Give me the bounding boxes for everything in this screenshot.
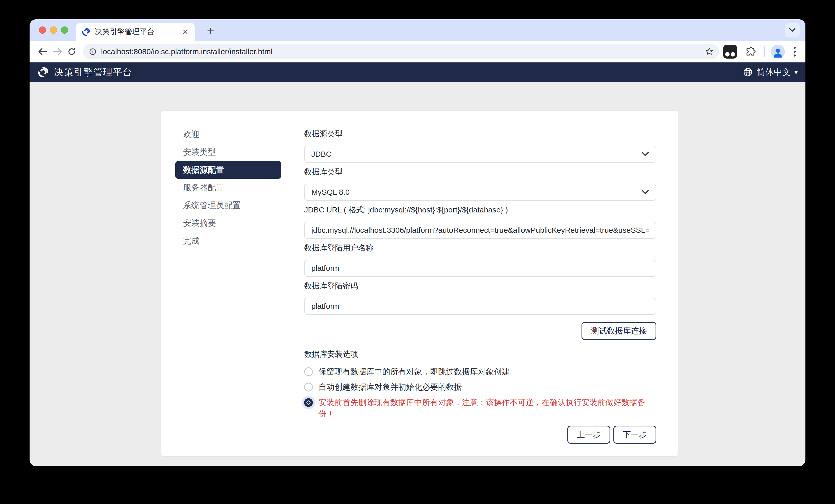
language-caret-icon: ▾: [794, 68, 798, 76]
sidebar-item-install-summary[interactable]: 安装摘要: [175, 214, 281, 232]
install-option-delete-label: 安装前首先删除现有数据库中所有对象，注意：该操作不可逆，在确认执行安装前做好数据…: [319, 397, 656, 419]
window-close-button[interactable]: [39, 26, 46, 34]
db-username-input[interactable]: [304, 260, 656, 277]
globe-icon: [742, 67, 753, 78]
installer-steps: 欢迎 安装类型 数据源配置 服务器配置 系统管理员配置 安装摘要 完成: [175, 126, 281, 456]
browser-toolbar: localhost:8080/io.sc.platform.installer/…: [29, 41, 806, 62]
toolbar-right-icons: [723, 44, 799, 59]
site-info-icon[interactable]: [88, 47, 98, 56]
database-type-label: 数据库类型: [304, 167, 656, 177]
db-username-label: 数据库登陆用户名称: [304, 243, 656, 253]
test-connection-button[interactable]: 测试数据库连接: [582, 322, 656, 340]
sidebar-item-server-config[interactable]: 服务器配置: [175, 179, 281, 196]
tab-search-button[interactable]: [785, 23, 800, 38]
profile-avatar[interactable]: [771, 45, 785, 59]
install-option-create[interactable]: 自动创建数据库对象并初始化必要的数据: [304, 381, 656, 393]
prev-button[interactable]: 上一步: [567, 426, 610, 444]
datasource-type-value: JDBC: [311, 150, 331, 159]
db-password-input[interactable]: [304, 298, 656, 315]
site-favicon-swirl-icon: [81, 27, 91, 37]
forward-arrow-icon: [52, 46, 63, 57]
install-option-delete[interactable]: 安装前首先删除现有数据库中所有对象，注意：该操作不可逆，在确认执行安装前做好数据…: [304, 397, 656, 419]
bookmark-star-icon[interactable]: [705, 47, 714, 56]
installer-card: 欢迎 安装类型 数据源配置 服务器配置 系统管理员配置 安装摘要 完成 数据源类…: [161, 111, 678, 456]
sidebar-item-install-type[interactable]: 安装类型: [175, 143, 281, 161]
database-type-select[interactable]: MySQL 8.0: [304, 184, 656, 201]
datasource-type-select[interactable]: JDBC: [304, 146, 656, 163]
extension-dark-icon[interactable]: [723, 45, 737, 59]
page-content: 欢迎 安装类型 数据源配置 服务器配置 系统管理员配置 安装摘要 完成 数据源类…: [29, 82, 806, 466]
wizard-nav-row: 上一步 下一步: [304, 426, 656, 444]
window-zoom-button[interactable]: [61, 26, 68, 34]
back-button[interactable]: [36, 44, 50, 59]
tab-strip: 决策引擎管理平台 × +: [29, 19, 806, 41]
browser-window: 决策引擎管理平台 × +: [29, 19, 806, 466]
page-title: 决策引擎管理平台: [54, 66, 133, 79]
window-minimize-button[interactable]: [50, 26, 57, 34]
chevron-down-icon: [641, 190, 649, 195]
app-header: 决策引擎管理平台 简体中文 ▾: [29, 62, 806, 82]
browser-tab[interactable]: 决策引擎管理平台 ×: [76, 23, 195, 41]
address-bar[interactable]: localhost:8080/io.sc.platform.installer/…: [83, 44, 719, 59]
url-text[interactable]: localhost:8080/io.sc.platform.installer/…: [101, 47, 701, 56]
datasource-type-label: 数据源类型: [304, 129, 656, 139]
tab-close-icon[interactable]: ×: [182, 27, 189, 37]
reload-button[interactable]: [64, 44, 79, 59]
sidebar-item-finish[interactable]: 完成: [175, 232, 281, 250]
puzzle-icon: [745, 46, 756, 58]
database-type-value: MySQL 8.0: [311, 188, 350, 196]
new-tab-button[interactable]: +: [203, 23, 218, 38]
test-connection-row: 测试数据库连接: [304, 322, 656, 340]
app-logo-swirl-icon: [37, 66, 49, 78]
language-selector[interactable]: 简体中文 ▾: [742, 66, 798, 78]
next-button[interactable]: 下一步: [613, 426, 656, 444]
install-option-keep[interactable]: 保留现有数据库中的所有对象，即跳过数据库对象创建: [304, 366, 656, 377]
db-password-label: 数据库登陆密码: [304, 281, 656, 291]
sidebar-item-welcome[interactable]: 欢迎: [175, 126, 281, 143]
radio-button[interactable]: [304, 383, 313, 392]
jdbc-url-input[interactable]: [304, 222, 656, 239]
forward-button[interactable]: [50, 44, 64, 59]
traffic-lights: [39, 26, 68, 34]
tab-title: 决策引擎管理平台: [95, 27, 182, 37]
install-option-create-label: 自动创建数据库对象并初始化必要的数据: [319, 381, 462, 393]
chevron-down-icon: [641, 151, 649, 157]
chevron-down-icon: [789, 28, 796, 33]
reload-icon: [66, 46, 77, 57]
sidebar-item-datasource-config[interactable]: 数据源配置: [175, 161, 281, 179]
browser-menu-button[interactable]: [791, 47, 798, 57]
extensions-button[interactable]: [743, 44, 758, 59]
sidebar-item-admin-config[interactable]: 系统管理员配置: [175, 196, 281, 214]
person-icon: [772, 47, 784, 59]
install-option-keep-label: 保留现有数据库中的所有对象，即跳过数据库对象创建: [319, 366, 510, 377]
radio-button[interactable]: [304, 368, 313, 376]
back-arrow-icon: [37, 46, 48, 57]
jdbc-url-label: JDBC URL ( 格式: jdbc:mysql://${host}:${po…: [304, 205, 656, 215]
radio-button-checked[interactable]: [304, 398, 313, 407]
toolbar-divider: [764, 46, 765, 57]
language-label: 简体中文: [757, 66, 791, 78]
install-options-label: 数据库安装选项: [304, 349, 656, 359]
datasource-form: 数据源类型 JDBC 数据库类型 MySQL 8.0 JDBC URL ( 格式…: [304, 126, 656, 456]
